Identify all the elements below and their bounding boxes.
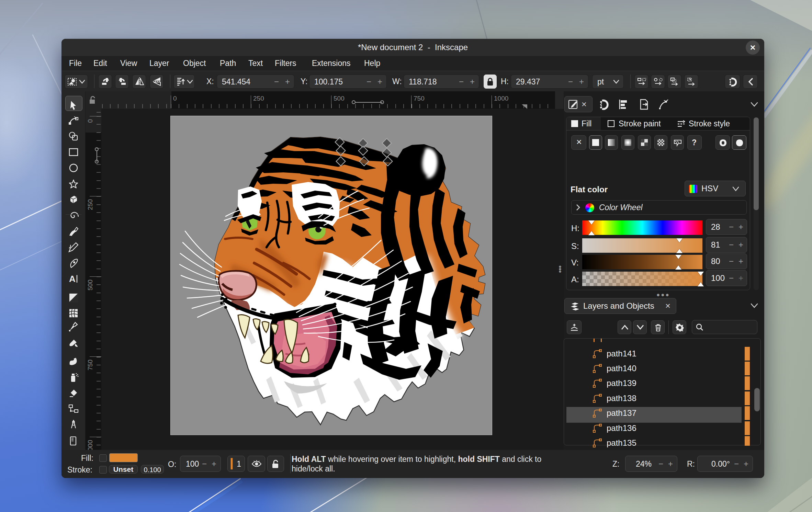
svg-text:A: A — [69, 274, 76, 284]
